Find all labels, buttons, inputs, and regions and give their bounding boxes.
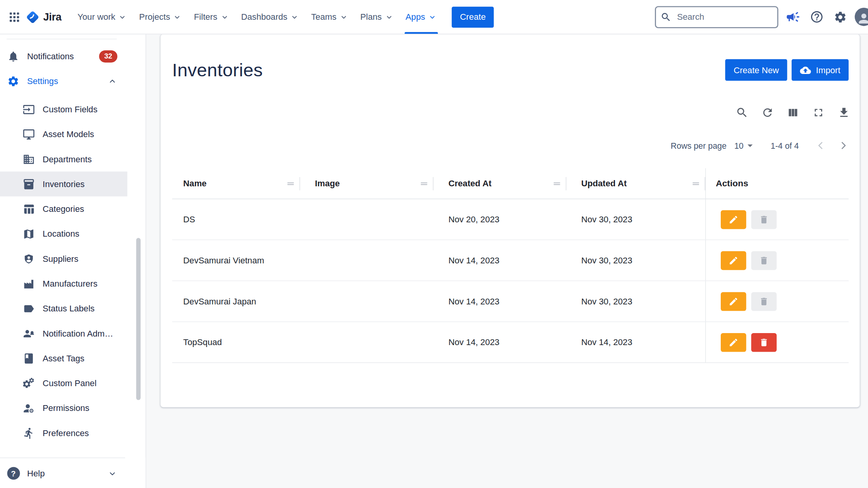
edit-button[interactable] [721,210,746,229]
trash-icon [759,337,769,347]
sidebar-item-notification-admin[interactable]: Notification Adm… [0,321,127,346]
chevron-down-icon [384,12,393,21]
cell-actions [705,281,849,321]
settings-button[interactable] [831,7,850,26]
table-search-button[interactable] [732,103,751,122]
cell-created-at: Nov 20, 2023 [434,215,567,225]
columns-button[interactable] [783,103,802,122]
sidebar-item-asset-models[interactable]: Asset Models [0,122,127,146]
cell-updated-at: Nov 30, 2023 [566,215,705,225]
pagination: Rows per page 10 1-4 of 4 [160,122,859,154]
edit-button[interactable] [721,333,746,352]
column-resize-handle[interactable] [286,179,296,189]
primary-nav: Your work Projects Filters Dashboards Te… [71,0,443,34]
column-resize-handle[interactable] [691,179,701,189]
chevron-left-icon [814,139,826,151]
column-header-created-at[interactable]: Created At [434,168,567,199]
sidebar-item-help[interactable]: ? Help [0,461,127,486]
sidebar-item-permissions[interactable]: Permissions [0,395,127,420]
search-icon [735,106,748,119]
table-icon [22,202,35,215]
jira-logo-text: Jira [43,11,61,23]
book-icon [22,352,35,365]
sidebar-item-departments[interactable]: Departments [0,147,127,172]
chevron-down-icon [107,468,117,478]
sidebar-item-inventories[interactable]: Inventories [0,172,127,196]
caret-down-icon [744,139,756,151]
sidebar-item-settings[interactable]: Settings [0,69,127,93]
column-header-image[interactable]: Image [300,168,433,199]
delete-button[interactable] [751,333,777,352]
tag-icon [22,302,35,315]
refresh-button[interactable] [758,103,777,122]
fullscreen-button[interactable] [809,103,828,122]
fullscreen-icon [812,106,825,119]
sidebar-item-manufacturers[interactable]: Manufacturers [0,271,127,296]
import-button[interactable]: Import [792,59,849,81]
nav-apps[interactable]: Apps [400,0,443,34]
sidebar-footer: ? Help [0,457,146,488]
nav-dashboards[interactable]: Dashboards [235,0,305,34]
rows-per-page-select[interactable]: 10 [734,139,756,151]
nav-plans[interactable]: Plans [354,0,400,34]
nav-filters[interactable]: Filters [188,0,235,34]
table-body: DS Nov 20, 2023 Nov 30, 2023 [172,199,849,363]
edit-button[interactable] [721,251,746,270]
create-button[interactable]: Create [452,6,494,27]
pencil-icon [728,215,739,225]
global-search [655,6,778,28]
pagination-range: 1-4 of 4 [771,141,799,150]
delete-button [751,292,777,311]
cell-name: DS [172,215,300,225]
chevron-down-icon [118,12,127,21]
chevron-right-icon [837,139,849,151]
nav-teams[interactable]: Teams [305,0,354,34]
nav-your-work[interactable]: Your work [71,0,133,34]
user-avatar[interactable] [855,8,868,26]
help-icon [809,10,823,24]
sidebar-item-custom-fields[interactable]: Custom Fields [0,97,127,122]
delete-button [751,210,777,229]
sidebar-item-notifications[interactable]: Notifications 32 [0,44,127,69]
export-button[interactable] [834,103,853,122]
app-grid-icon [8,10,21,23]
bell-icon [7,50,20,63]
jira-logo[interactable]: Jira [26,10,62,24]
megaphone-icon [785,9,800,24]
column-resize-handle[interactable] [552,179,562,189]
inventory-box-icon [22,177,35,191]
person-icon [856,11,868,26]
help-icon: ? [7,467,20,480]
sidebar-item-asset-tags[interactable]: Asset Tags [0,346,127,371]
chevron-down-icon [339,12,348,21]
chevron-down-icon [220,12,229,21]
column-resize-handle[interactable] [419,179,429,189]
announcement-button[interactable] [783,7,802,26]
sidebar-item-custom-panel[interactable]: Custom Panel [0,371,127,395]
sidebar-scrollbar[interactable] [136,238,140,400]
column-header-name[interactable]: Name [172,168,300,199]
column-header-updated-at[interactable]: Updated At [566,168,705,199]
sidebar: Notifications 32 Settings Custom Fields [0,34,146,488]
sidebar-item-locations[interactable]: Locations [0,221,127,246]
table-row: DevSamurai Japan Nov 14, 2023 Nov 30, 20… [172,281,849,322]
sidebar-item-suppliers[interactable]: Suppliers [0,246,127,271]
nav-projects[interactable]: Projects [133,0,188,34]
cell-updated-at: Nov 14, 2023 [566,337,705,347]
cell-actions [705,240,849,280]
app-switcher-button[interactable] [5,8,23,26]
sidebar-item-categories[interactable]: Categories [0,196,127,221]
create-new-button[interactable]: Create New [725,59,787,81]
gear-icon [834,10,847,23]
table-row: DS Nov 20, 2023 Nov 30, 2023 [172,199,849,240]
help-button[interactable] [807,7,826,26]
cell-created-at: Nov 14, 2023 [434,337,567,347]
sidebar-item-preferences[interactable]: Preferences [0,421,127,445]
building-icon [22,153,35,166]
sidebar-item-status-labels[interactable]: Status Labels [0,296,127,321]
edit-button[interactable] [721,292,746,311]
chevron-down-icon [173,12,182,21]
map-icon [22,227,35,240]
pencil-icon [728,296,739,306]
search-input[interactable] [655,6,778,28]
